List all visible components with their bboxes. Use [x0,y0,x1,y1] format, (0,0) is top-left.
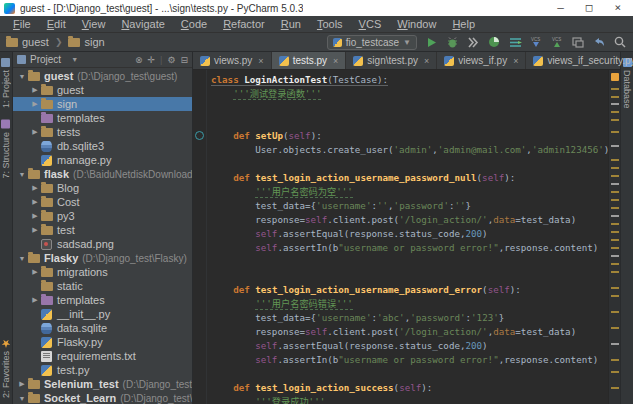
menu-item-navigate[interactable]: Navigate [114,17,171,31]
inspection-status-icon[interactable] [611,73,619,81]
changes-button[interactable] [571,35,585,49]
tree-item-templates[interactable]: ▶templates [13,293,192,307]
inspection-mark[interactable] [611,247,619,249]
inspection-mark[interactable] [611,231,619,233]
inspection-mark[interactable] [611,131,619,133]
breadcrumb-item-guest[interactable]: guest [6,36,49,48]
inspection-mark[interactable] [611,111,619,113]
menu-item-window[interactable]: Window [390,17,443,31]
tab-views-if-security-py[interactable]: views_if_security.py× [526,52,633,69]
tree-item-guest[interactable]: ▼guest(D:\Django_test\guest) [13,69,192,83]
inspection-mark[interactable] [611,207,619,209]
undo-button[interactable] [592,35,606,49]
menu-item-vcs[interactable]: VCS [352,17,389,31]
inspection-mark[interactable] [611,387,619,389]
tool-window-button-favorites[interactable]: 2: Favorites [1,333,11,404]
tree-item-tests[interactable]: ▶tests [13,125,192,139]
tab-close-icon[interactable]: × [258,56,263,66]
search-icon[interactable] [613,35,627,49]
tab-sign-test-py[interactable]: sign\test.py× [346,52,437,69]
run-configuration-select[interactable]: fio_testcase ▼ [327,35,417,50]
tree-item-db-sqlite3[interactable]: db.sqlite3 [13,139,192,153]
inspection-mark[interactable] [611,295,619,297]
tree-item-Flasky[interactable]: ▼Flasky(D:\Django_test\Flasky) [13,251,192,265]
inspection-mark[interactable] [611,239,619,241]
inspection-mark[interactable] [611,343,619,345]
tool-window-button-project[interactable]: 1: Project [1,52,11,114]
menu-item-view[interactable]: View [75,17,113,31]
run-button[interactable] [424,35,438,49]
inspection-mark[interactable] [611,145,619,147]
tree-collapsed-arrow-icon[interactable]: ▶ [30,296,40,304]
tree-collapsed-arrow-icon[interactable]: ▶ [30,226,40,234]
tree-item-Socket-Learn[interactable]: ▼Socket_Learn(D:\Django_test\Socket [13,391,192,404]
inspection-mark[interactable] [611,183,619,185]
coverage-button[interactable] [466,35,480,49]
inspection-mark[interactable] [611,263,619,265]
tree-item-py3[interactable]: ▶py3 [13,209,192,223]
inspection-mark[interactable] [611,271,619,273]
tree-item-static[interactable]: static [13,279,192,293]
tree-item-Blog[interactable]: ▶Blog [13,181,192,195]
tree-item-requirements-txt[interactable]: requirements.txt [13,349,192,363]
tab-close-icon[interactable]: × [424,56,429,66]
hide-panel-icon[interactable]: ⊟ [180,55,188,65]
close-button[interactable]: × [614,1,621,15]
vcs-update-button[interactable]: VCS [529,35,543,49]
locate-icon[interactable]: ✛ [147,55,155,65]
inspection-mark[interactable] [611,371,619,373]
tree-expanded-arrow-icon[interactable]: ▼ [17,73,27,80]
tree-item-manage-py[interactable]: manage.py [13,153,192,167]
inspection-mark[interactable] [611,175,619,177]
inspection-mark[interactable] [611,159,619,161]
manage-tasks-button[interactable] [508,35,522,49]
tab-tests-py[interactable]: tests.py× [272,52,347,69]
tree-expanded-arrow-icon[interactable]: ▼ [17,395,27,402]
tree-item-Selenium-test[interactable]: ▶Selenium_test(D:\Django_test\Seleni [13,377,192,391]
tab-views-py[interactable]: views.py× [193,52,272,69]
tree-collapsed-arrow-icon[interactable]: ▶ [30,198,40,206]
tree-collapsed-arrow-icon[interactable]: ▶ [30,212,40,220]
tree-item-Cost[interactable]: ▶Cost [13,195,192,209]
debug-button[interactable] [445,35,459,49]
vcs-commit-button[interactable]: VCS [550,35,564,49]
override-marker-icon[interactable] [195,131,204,140]
tree-collapsed-arrow-icon[interactable]: ▶ [30,184,40,192]
tree-expanded-arrow-icon[interactable]: ▼ [17,255,27,262]
tree-item-sign[interactable]: ▶sign [13,97,192,111]
menu-item-file[interactable]: File [6,17,38,31]
tree-collapsed-arrow-icon[interactable]: ▶ [17,380,27,388]
tree-item-guest[interactable]: ▶guest [13,83,192,97]
inspection-mark[interactable] [611,359,619,361]
inspection-mark[interactable] [611,96,619,98]
collapse-all-icon[interactable]: ⊗ [135,55,143,65]
profiler-button[interactable] [487,35,501,49]
gear-icon[interactable]: ⚙ [167,55,175,65]
minimize-button[interactable]: – [557,1,564,15]
inspection-mark[interactable] [611,199,619,201]
inspection-mark[interactable] [611,191,619,193]
tree-item-flask[interactable]: ▼flask(D:\BaiduNetdiskDownload\flas [13,167,192,181]
inspection-mark[interactable] [611,119,619,121]
project-panel-title[interactable]: Project ▼ [17,54,78,65]
tree-collapsed-arrow-icon[interactable]: ▶ [30,128,40,136]
tree-item-templates[interactable]: templates [13,111,192,125]
tree-item-data-sqlite[interactable]: data.sqlite [13,321,192,335]
menu-item-tools[interactable]: Tools [310,17,350,31]
breadcrumb-item-sign[interactable]: sign [68,36,104,48]
inspection-mark[interactable] [611,223,619,225]
tree-item-Flasky-py[interactable]: Flasky.py [13,335,192,349]
inspection-mark[interactable] [611,103,619,105]
inspection-mark[interactable] [611,88,619,90]
code-editor[interactable]: class LoginActionTest(TestCase):− '''测试登… [207,70,620,404]
tree-collapsed-arrow-icon[interactable]: ▶ [30,268,40,276]
inspection-mark[interactable] [611,287,619,289]
tree-expanded-arrow-icon[interactable]: ▼ [17,171,27,178]
maximize-button[interactable]: □ [586,1,593,15]
menu-item-edit[interactable]: Edit [40,17,73,31]
inspection-mark[interactable] [611,167,619,169]
inspection-mark[interactable] [611,311,619,313]
tree-item-test[interactable]: ▶test [13,223,192,237]
tree-collapsed-arrow-icon[interactable]: ▶ [30,86,40,94]
tree-item-sadsad-png[interactable]: sadsad.png [13,237,192,251]
